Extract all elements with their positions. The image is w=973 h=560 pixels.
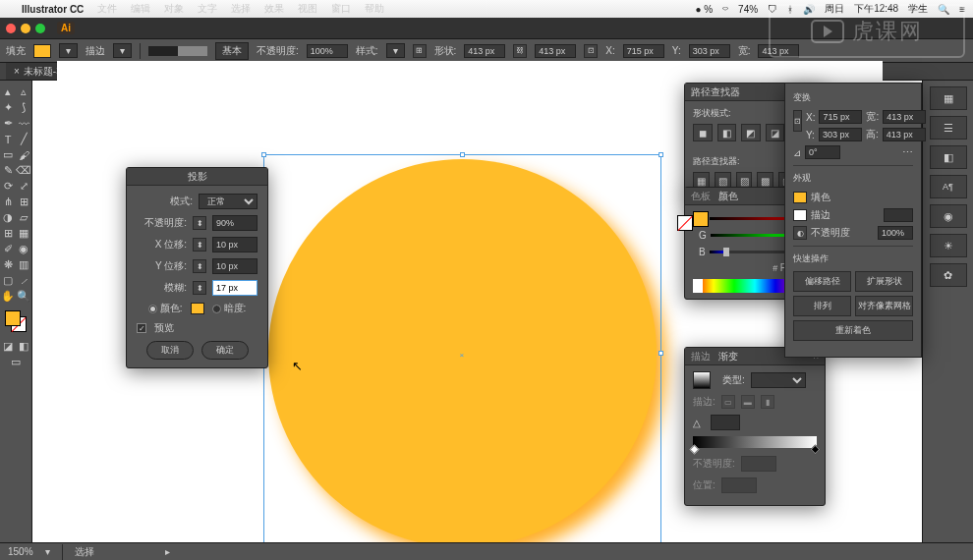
qa-arrange[interactable]: 排列 [793,296,851,316]
xoff-input[interactable] [212,237,258,252]
menu-type[interactable]: 文字 [198,2,217,16]
spotlight-icon[interactable]: 🔍 [938,4,949,15]
zoom-tool[interactable]: 🔍 [17,289,31,304]
align-icon[interactable]: ⊞ [413,44,427,58]
stroke-tab[interactable]: 描边 [691,350,711,364]
pw-input[interactable] [883,110,926,124]
close-window[interactable] [6,24,16,33]
screen-mode[interactable]: ▭ [9,355,24,369]
gradient-bar[interactable] [693,436,817,448]
handle-ne[interactable] [658,152,663,157]
grad-loc-input[interactable] [721,477,757,493]
angle-input[interactable] [805,145,840,159]
cancel-button[interactable]: 取消 [146,341,194,360]
direct-selection-tool[interactable]: ▵ [17,84,31,99]
eyedropper-tool[interactable]: ✐ [1,242,16,256]
magic-wand-tool[interactable]: ✦ [1,100,16,115]
handle-n[interactable] [460,152,465,157]
rotate-tool[interactable]: ⟳ [1,179,16,194]
lasso-tool[interactable]: ⟆ [17,100,31,115]
stroke-grad-1[interactable]: ▭ [721,395,735,409]
minus-front-icon[interactable]: ◧ [717,124,737,141]
draw-mode[interactable]: ◧ [17,339,31,354]
darkness-radio[interactable]: 暗度: [212,302,247,315]
stroke-grad-3[interactable]: ▮ [761,395,774,409]
zoom-window[interactable] [35,24,45,33]
menu-object[interactable]: 对象 [164,2,184,16]
curvature-tool[interactable]: 〰 [17,116,31,131]
selection-tool[interactable]: ▴ [1,84,16,99]
scale-tool[interactable]: ⤢ [17,179,31,194]
reference-point[interactable]: ⊡ [584,44,598,58]
prop-opacity-input[interactable] [878,226,913,240]
type-tool[interactable]: T [1,132,16,146]
style-dropdown[interactable]: ▾ [386,43,405,58]
dock-appearance-icon[interactable]: ◉ [930,204,967,228]
menu-view[interactable]: 视图 [298,2,317,16]
menu-help[interactable]: 帮助 [365,2,384,16]
dock-graphic-icon[interactable]: ☀ [930,234,967,257]
ok-button[interactable]: 确定 [201,341,249,360]
dock-properties-icon[interactable]: ▦ [930,86,967,110]
px-input[interactable] [819,110,862,124]
stroke-weight[interactable]: ▾ [113,43,132,58]
intersect-icon[interactable]: ◩ [741,124,761,141]
blend-tool[interactable]: ◉ [17,242,31,256]
opacity-icon[interactable]: ◐ [793,226,807,240]
angle-input[interactable] [711,415,740,430]
minimize-window[interactable] [21,24,30,33]
xoff-stepper[interactable]: ⬍ [193,238,206,252]
yoff-stepper[interactable]: ⬍ [193,259,206,273]
dock-char-icon[interactable]: A¶ [930,175,967,198]
perspective-tool[interactable]: ▱ [17,210,31,225]
graph-tool[interactable]: ▥ [17,257,31,272]
paintbrush-tool[interactable]: 🖌 [17,147,31,162]
qa-pixel-align[interactable]: 对齐像素网格 [855,296,913,316]
dock-layers-icon[interactable]: ☰ [930,116,967,140]
qa-expand-shape[interactable]: 扩展形状 [855,271,913,292]
yoff-input[interactable] [212,258,258,274]
fill-stroke-swatch[interactable] [5,310,27,332]
gradient-preview[interactable] [693,371,711,389]
menu-effect[interactable]: 效果 [264,2,284,16]
gradient-type-select[interactable] [751,372,806,388]
grad-opacity-input[interactable] [741,456,776,472]
prop-stroke-weight[interactable] [884,208,913,222]
menu-file[interactable]: 文件 [97,2,117,16]
free-transform-tool[interactable]: ⊞ [17,195,31,209]
y-input[interactable] [689,44,730,58]
reference-grid[interactable]: ⊡ [793,110,802,132]
menu-window[interactable]: 窗口 [331,2,351,16]
qa-recolor[interactable]: 重新着色 [793,320,913,341]
swatches-tab[interactable]: 色板 [691,190,711,203]
mode-select[interactable]: 正常 [199,194,258,209]
ph-input[interactable] [883,128,926,141]
prop-stroke-swatch[interactable] [793,209,807,221]
w2-input[interactable] [758,44,799,58]
handle-e[interactable] [658,351,663,356]
eraser-tool[interactable]: ⌫ [17,163,31,178]
selection-bounding-box[interactable]: × [263,154,661,552]
stroke-profile[interactable] [148,46,207,56]
fill-swatch[interactable] [33,44,51,58]
blur-stepper[interactable]: ⬍ [193,281,206,295]
hand-tool[interactable]: ✋ [1,289,16,304]
rectangle-tool[interactable]: ▭ [1,147,16,162]
app-name[interactable]: Illustrator CC [22,4,84,15]
dock-symbols-icon[interactable]: ✿ [930,263,967,287]
menu-edit[interactable]: 编辑 [131,2,150,16]
menu-select[interactable]: 选择 [231,2,251,16]
artboard-tool[interactable]: ▢ [1,273,16,288]
stroke-style[interactable]: 基本 [215,42,249,60]
color-radio[interactable]: 颜色: [148,302,183,315]
py-input[interactable] [819,128,862,141]
shape-builder-tool[interactable]: ◑ [1,210,16,225]
preview-checkbox[interactable] [137,323,146,333]
color-tab[interactable]: 颜色 [718,190,738,203]
prop-fill-swatch[interactable] [793,192,807,203]
color-mode[interactable]: ◪ [1,339,16,354]
pen-tool[interactable]: ✒ [1,116,16,131]
shape-h[interactable] [535,44,576,58]
handle-nw[interactable] [261,152,266,157]
dialog-titlebar[interactable]: 投影 [127,168,267,186]
